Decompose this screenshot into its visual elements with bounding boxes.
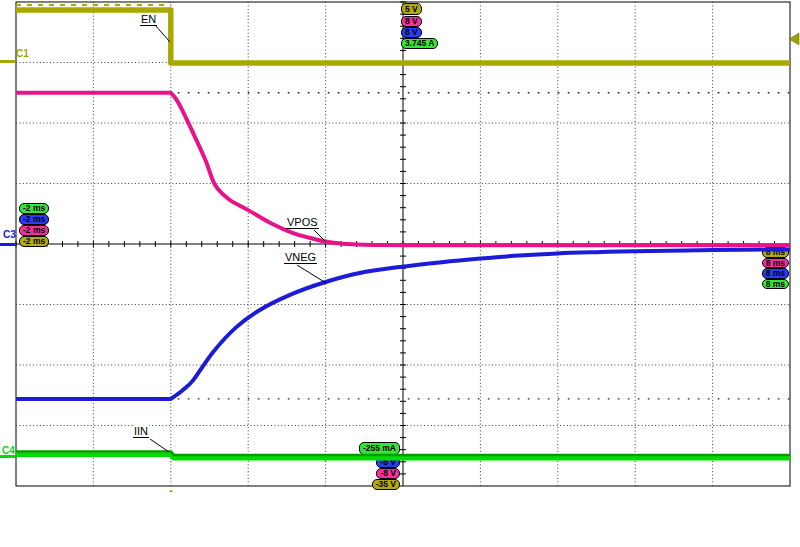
cursor-badge-top: 8 V (401, 27, 422, 38)
cursor-badge-layer: 5 V8 V8 V3.745 A-255 mA-8 V-8 V-35 V-2 m… (0, 0, 800, 547)
channel-zero-dash-c4 (0, 455, 15, 458)
status-bar: C1 F BwL DC1M 5.00 V/div 15.000 V C2 F B… (0, 492, 800, 547)
cursor-badge-right: 8 ms (762, 247, 789, 258)
cursor-badge-right: 8 ms (762, 279, 789, 290)
channel-marker-c3[interactable]: C3 (3, 230, 16, 240)
cursor-badge-top: 3.745 A (401, 38, 438, 49)
cursor-badge-left: -2 ms (19, 214, 49, 225)
cursor-badge-bottom: -35 V (372, 479, 400, 490)
cursor-badge-right: 8 ms (762, 258, 789, 269)
cursor-badge-left: -2 ms (19, 236, 49, 247)
cursor-badge-left: -2 ms (19, 225, 49, 236)
cursor-badge-bottom: -255 mA (359, 442, 400, 455)
oscilloscope-screen: 5 V8 V8 V3.745 A-255 mA-8 V-8 V-35 V-2 m… (0, 0, 800, 547)
cursor-badge-right: 8 ms (762, 268, 789, 279)
cursor-badge-top: 5 V (401, 3, 422, 15)
cursor-badge-bottom: -8 V (376, 468, 400, 479)
channel-zero-dash-c3 (0, 243, 15, 246)
cursor-badge-top: 8 V (401, 16, 422, 27)
cursor-badge-bottom: -8 V (376, 457, 400, 468)
channel-zero-dash-c1 (0, 60, 15, 63)
channel-marker-c1[interactable]: C1 (16, 49, 29, 59)
cursor-badge-left: -2 ms (19, 203, 49, 214)
